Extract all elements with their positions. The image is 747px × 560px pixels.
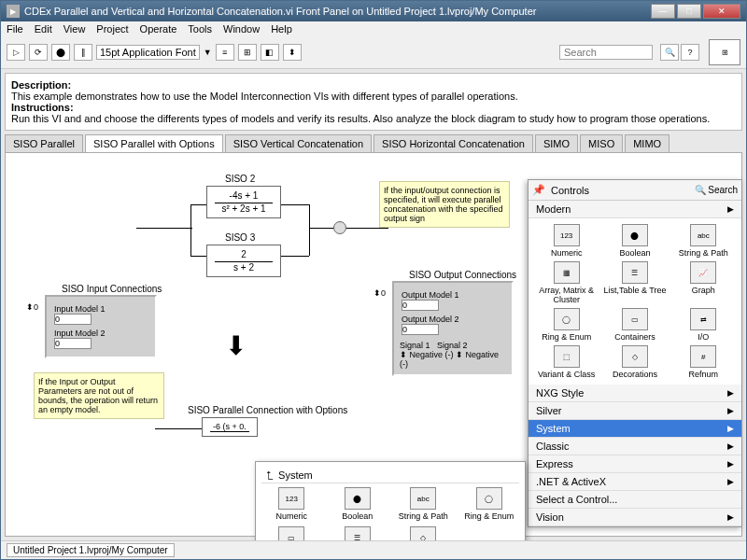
sys-ring[interactable]: ◯Ring & Enum bbox=[459, 487, 520, 521]
list-icon: ☰ bbox=[622, 261, 648, 284]
back-icon[interactable]: ⮤ bbox=[265, 469, 275, 481]
ctrl-ring[interactable]: ◯Ring & Enum bbox=[534, 308, 599, 342]
sys-list[interactable]: ☰List,Table & Tree bbox=[328, 526, 388, 540]
decoration-icon: ◇ bbox=[622, 345, 648, 368]
output-model1[interactable] bbox=[402, 300, 439, 311]
cat-select[interactable]: Select a Control... bbox=[529, 491, 741, 509]
input-title: SISO Input Connections bbox=[62, 284, 162, 294]
sys-numeric[interactable]: 123Numeric bbox=[261, 487, 322, 521]
list-icon: ☰ bbox=[345, 526, 371, 540]
search-go-button[interactable]: 🔍 bbox=[660, 44, 679, 61]
string-icon: abc bbox=[690, 224, 716, 246]
ctrl-containers[interactable]: ▭Containers bbox=[602, 308, 667, 342]
ctrl-list[interactable]: ☰List,Table & Tree bbox=[602, 261, 667, 304]
cat-dotnet[interactable]: .NET & ActiveX▶ bbox=[529, 473, 741, 491]
search-input[interactable] bbox=[559, 45, 653, 60]
array-icon: ▦ bbox=[554, 261, 580, 284]
siso2-block: -4s + 1 s² + 2s + 1 bbox=[206, 186, 281, 218]
controls-palette: 📌 Controls 🔍 Search Modern▶ 123Numeric ⬤… bbox=[528, 179, 742, 527]
input-model2[interactable] bbox=[54, 338, 92, 349]
sys-decorations[interactable]: ◇Decorations bbox=[393, 526, 454, 540]
output-title: SISO Output Connections bbox=[409, 270, 516, 280]
menubar: File Edit View Project Operate Tools Win… bbox=[1, 21, 746, 36]
tab-siso-horizontal[interactable]: SISO Horizontal Concatenation bbox=[374, 134, 533, 152]
window-title: CDEx Parallel and Vertical and Horizonta… bbox=[24, 6, 536, 17]
pause-button[interactable]: ‖ bbox=[74, 44, 92, 61]
run-cont-button[interactable]: ⟳ bbox=[29, 44, 48, 61]
refnum-icon: # bbox=[690, 345, 716, 368]
menu-operate[interactable]: Operate bbox=[140, 23, 177, 35]
ring-icon: ◯ bbox=[554, 308, 580, 330]
arrow-down-icon: ⬇ bbox=[225, 330, 247, 361]
status-project[interactable]: Untitled Project 1.lvproj/My Computer bbox=[7, 543, 175, 557]
cat-vision[interactable]: Vision▶ bbox=[529, 509, 741, 526]
abort-button[interactable]: ⬤ bbox=[51, 44, 70, 61]
menu-project[interactable]: Project bbox=[96, 23, 128, 35]
pin-icon[interactable]: 📌 bbox=[532, 184, 545, 196]
minimize-button[interactable]: — bbox=[651, 4, 675, 19]
menu-help[interactable]: Help bbox=[271, 23, 292, 35]
menu-view[interactable]: View bbox=[63, 23, 86, 35]
ctrl-numeric[interactable]: 123Numeric bbox=[534, 224, 599, 258]
cat-silver[interactable]: Silver▶ bbox=[529, 402, 741, 420]
desc-text: This example demonstrates how to use the… bbox=[11, 91, 518, 102]
tab-mimo[interactable]: MIMO bbox=[625, 134, 669, 152]
cat-system[interactable]: System▶ bbox=[529, 420, 741, 438]
titlebar[interactable]: ▶ CDEx Parallel and Vertical and Horizon… bbox=[1, 1, 746, 21]
sys-containers[interactable]: ▭Containers bbox=[261, 526, 322, 540]
tab-siso-parallel-options[interactable]: SISO Parallel with Options bbox=[85, 134, 223, 152]
menu-window[interactable]: Window bbox=[223, 23, 260, 35]
cat-nxg[interactable]: NXG Style▶ bbox=[529, 385, 741, 402]
ctrl-graph[interactable]: 📈Graph bbox=[671, 261, 736, 304]
run-button[interactable]: ▷ bbox=[7, 44, 25, 61]
tab-miso[interactable]: MISO bbox=[580, 134, 623, 152]
ctrl-variant[interactable]: ⬚Variant & Class bbox=[534, 345, 599, 379]
sys-string[interactable]: abcString & Path bbox=[393, 487, 454, 521]
numeric-icon: 123 bbox=[278, 487, 304, 510]
resize-button[interactable]: ◧ bbox=[261, 44, 279, 61]
connector-pane-icon[interactable]: ⊞ bbox=[709, 39, 740, 65]
tab-siso-vertical[interactable]: SISO Vertical Concatenation bbox=[225, 134, 372, 152]
note-bounds: If the Input or Output Parameters are no… bbox=[34, 372, 164, 419]
align-button[interactable]: ≡ bbox=[216, 44, 234, 61]
tab-simo[interactable]: SIMO bbox=[535, 134, 578, 152]
variant-icon: ⬚ bbox=[554, 345, 580, 368]
input-index-knob[interactable]: ⬍0 bbox=[26, 302, 37, 314]
statusbar: Untitled Project 1.lvproj/My Computer bbox=[1, 540, 746, 559]
close-button[interactable]: ✕ bbox=[703, 4, 740, 19]
controls-search[interactable]: 🔍 Search bbox=[695, 185, 738, 195]
output-model2[interactable] bbox=[402, 324, 439, 335]
menu-edit[interactable]: Edit bbox=[35, 23, 52, 35]
pconn-label: SISO Parallel Connection with Options bbox=[188, 405, 347, 415]
ctrl-string[interactable]: abcString & Path bbox=[671, 224, 736, 258]
ctrl-io[interactable]: ⇄I/O bbox=[671, 308, 736, 342]
input-connections: Input Model 1 Input Model 2 bbox=[45, 295, 157, 358]
ctrl-boolean[interactable]: ⬤Boolean bbox=[602, 224, 667, 258]
controls-title: Controls bbox=[551, 185, 589, 196]
container-icon: ▭ bbox=[278, 526, 304, 540]
tab-siso-parallel[interactable]: SISO Parallel bbox=[5, 134, 83, 152]
app-icon: ▶ bbox=[7, 5, 20, 18]
menu-tools[interactable]: Tools bbox=[188, 23, 212, 35]
menu-file[interactable]: File bbox=[7, 23, 23, 35]
cat-express[interactable]: Express▶ bbox=[529, 455, 741, 473]
ctrl-array[interactable]: ▦Array, Matrix & Cluster bbox=[534, 261, 599, 304]
distribute-button[interactable]: ⊞ bbox=[238, 44, 257, 61]
help-button[interactable]: ? bbox=[681, 44, 699, 61]
ctrl-decorations[interactable]: ◇Decorations bbox=[602, 345, 667, 379]
cat-modern[interactable]: Modern▶ bbox=[529, 201, 741, 218]
reorder-button[interactable]: ⬍ bbox=[283, 44, 302, 61]
ctrl-refnum[interactable]: #Refnum bbox=[671, 345, 736, 379]
output-index-knob[interactable]: ⬍0 bbox=[374, 288, 385, 300]
input-model1[interactable] bbox=[54, 314, 92, 325]
neg1-toggle[interactable]: ⬍ bbox=[400, 350, 410, 359]
neg2-toggle[interactable]: ⬍ bbox=[456, 350, 466, 359]
decoration-icon: ◇ bbox=[410, 526, 436, 540]
maximize-button[interactable]: □ bbox=[677, 4, 701, 19]
siso3-block: 2 s + 2 bbox=[206, 245, 281, 277]
sys-boolean[interactable]: ⬤Boolean bbox=[328, 487, 388, 521]
font-selector[interactable]: 15pt Application Font bbox=[96, 45, 200, 60]
sum-node-icon bbox=[333, 221, 346, 234]
cat-classic[interactable]: Classic▶ bbox=[529, 438, 741, 455]
app-window: ▶ CDEx Parallel and Vertical and Horizon… bbox=[0, 0, 747, 560]
